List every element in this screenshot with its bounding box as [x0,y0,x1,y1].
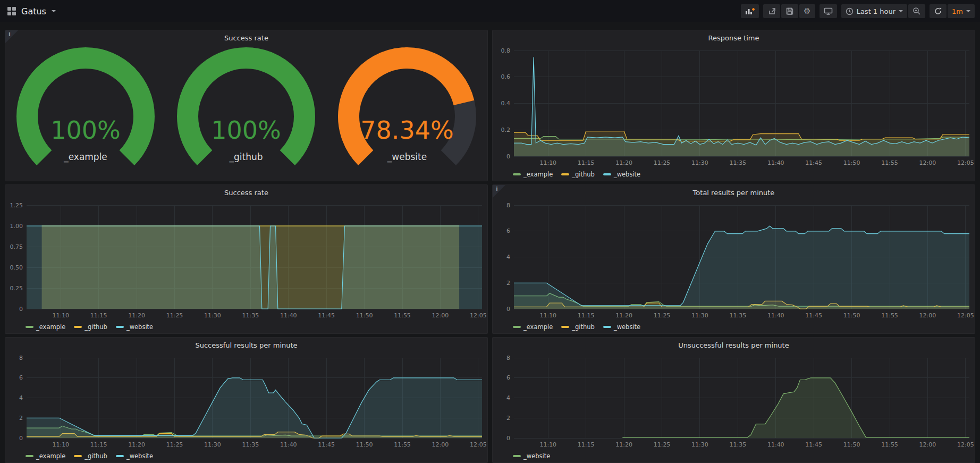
svg-text:0.4: 0.4 [501,100,511,107]
refresh-button[interactable] [930,4,947,18]
legend-item-_example[interactable]: _example [513,323,553,331]
svg-text:11:40: 11:40 [767,441,784,448]
successful-results-chart[interactable]: 0246811:1011:1511:2011:2511:3011:3511:40… [5,351,487,450]
svg-text:11:30: 11:30 [691,159,708,166]
legend-item-_example[interactable]: _example [26,452,65,460]
add-panel-icon [745,7,755,15]
svg-text:11:50: 11:50 [843,159,860,166]
success-rate-chart[interactable]: 00.250.500.751.001.2511:1011:1511:2011:2… [5,199,487,321]
svg-text:0: 0 [506,435,510,442]
legend-swatch [74,455,82,457]
panel-info-icon[interactable] [493,185,505,198]
legend-swatch [513,173,521,175]
save-button[interactable] [781,4,798,18]
dashboard-title[interactable]: Gatus [21,6,46,16]
legend: _example_github_website [5,321,487,333]
dashboard-grid-icon[interactable] [7,7,16,15]
panel-title[interactable]: Unsuccessful results per minute [493,338,975,351]
svg-text:12:05: 12:05 [957,441,974,448]
legend-label: _website [126,323,153,331]
total-results-chart[interactable]: 0246811:1011:1511:2011:2511:3011:3511:40… [493,199,975,321]
chevron-down-icon[interactable] [52,10,56,12]
svg-text:11:45: 11:45 [805,159,822,166]
legend-item-_github[interactable]: _github [74,323,107,331]
svg-text:11:10: 11:10 [539,312,556,319]
panel-title[interactable]: Success rate [5,30,487,44]
svg-text:1.25: 1.25 [10,202,23,209]
clock-icon [846,7,854,15]
legend-item-_example[interactable]: _example [513,171,553,178]
svg-text:11:25: 11:25 [654,312,671,319]
panel-success-rate-timeseries: Success rate 00.250.500.751.001.2511:101… [5,184,488,334]
svg-text:11:25: 11:25 [166,312,183,319]
legend-item-_website[interactable]: _website [116,323,153,331]
svg-text:11:25: 11:25 [166,441,183,448]
svg-text:8: 8 [19,355,23,361]
legend-label: _example [36,452,65,460]
legend-item-_github[interactable]: _github [74,452,107,460]
chevron-down-icon [899,10,903,12]
legend-item-_github[interactable]: _github [561,171,595,178]
svg-text:11:45: 11:45 [805,312,822,319]
svg-text:8: 8 [506,202,510,209]
svg-text:11:45: 11:45 [318,312,335,319]
panel-info-icon[interactable] [5,30,18,43]
svg-text:0: 0 [19,306,23,313]
info-icon-glyph[interactable]: i [9,31,11,38]
response-time-chart[interactable]: 00.20.40.60.811:1011:1511:2011:2511:3011… [493,44,975,168]
svg-text:11:50: 11:50 [356,441,373,448]
svg-text:11:35: 11:35 [242,312,259,319]
tv-mode-button[interactable] [820,4,837,18]
time-range-button[interactable]: Last 1 hour [841,4,907,18]
svg-text:0.8: 0.8 [501,47,511,54]
legend-item-_example[interactable]: _example [26,323,65,331]
toolbar: ⚙ Last 1 hour [741,4,975,18]
svg-text:11:10: 11:10 [539,159,556,166]
legend-item-_website[interactable]: _website [116,452,153,460]
unsuccessful-results-chart[interactable]: 0246811:1011:1511:2011:2511:3011:3511:40… [493,351,975,450]
panel-title[interactable]: Total results per minute [493,185,975,199]
svg-text:12:05: 12:05 [957,312,974,319]
share-icon [767,7,776,15]
gear-icon: ⚙ [804,7,810,15]
legend-swatch [116,455,124,457]
legend-label: _website [523,452,550,460]
legend-item-_website[interactable]: _website [513,452,550,460]
panel-title[interactable]: Success rate [5,185,487,199]
svg-text:0.2: 0.2 [501,127,511,133]
gauge-arc: 78.34%_website [327,44,487,178]
legend-item-_website[interactable]: _website [603,323,640,331]
info-icon-glyph[interactable]: i [496,186,498,192]
add-panel-button[interactable] [741,4,759,18]
panel-title[interactable]: Response time [493,30,975,44]
svg-text:11:55: 11:55 [881,159,898,166]
svg-text:11:20: 11:20 [128,312,145,319]
legend-item-_github[interactable]: _github [561,323,595,331]
svg-text:11:20: 11:20 [615,441,632,448]
svg-text:0: 0 [19,435,23,442]
legend-label: _example [523,323,553,331]
settings-button[interactable]: ⚙ [799,4,815,18]
svg-text:2: 2 [506,280,510,287]
svg-text:8: 8 [506,355,510,361]
legend-swatch [561,326,569,328]
share-button[interactable] [763,4,780,18]
panel-total-results: Total results per minute 0246811:1011:15… [492,184,975,334]
gauge-label: _github [229,151,263,163]
svg-text:12:00: 12:00 [919,312,936,319]
refresh-interval-button[interactable]: 1m [948,4,975,18]
legend-swatch [513,326,521,328]
legend-label: _github [85,452,107,460]
svg-text:12:00: 12:00 [919,159,936,166]
svg-text:11:15: 11:15 [90,441,107,448]
svg-text:0.75: 0.75 [10,243,23,250]
panel-title[interactable]: Successful results per minute [5,338,487,351]
svg-text:6: 6 [506,228,510,234]
svg-text:11:10: 11:10 [52,312,69,319]
legend-item-_website[interactable]: _website [603,171,640,178]
legend-swatch [603,326,611,328]
zoom-out-button[interactable] [908,4,925,18]
legend: _website [493,450,975,462]
svg-text:6: 6 [506,374,510,381]
chevron-down-icon [966,10,970,12]
